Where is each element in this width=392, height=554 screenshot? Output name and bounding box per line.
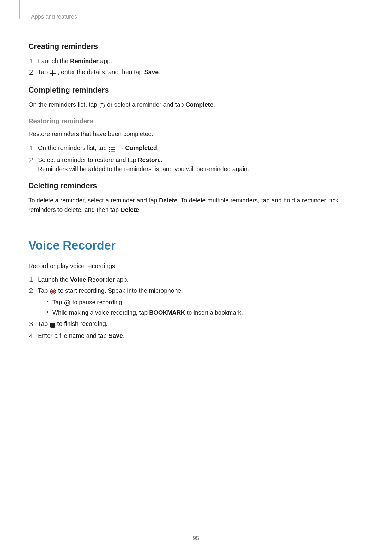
svg-rect-3 [109, 149, 110, 150]
text: Enter a file name and tap [38, 332, 108, 339]
breadcrumb: Apps and features [31, 13, 364, 21]
plus-icon [50, 69, 56, 78]
list-item: Select a reminder to restore and tap Res… [28, 155, 364, 174]
text: On the reminders list, tap [28, 101, 99, 108]
page-number: 95 [0, 534, 392, 543]
list-item: Launch the Reminder app. [28, 57, 364, 66]
text: Tap [52, 299, 64, 305]
svg-rect-4 [111, 149, 115, 149]
steps-restoring: On the reminders list, tap → Completed. … [28, 143, 364, 174]
text: Reminders will be added to the reminders… [38, 166, 249, 172]
text: Select a reminder to restore and tap [38, 156, 138, 163]
arrow-right-icon: → [118, 143, 125, 153]
svg-rect-12 [50, 323, 55, 328]
text: to finish recording. [57, 320, 107, 327]
svg-rect-0 [100, 104, 104, 108]
steps-creating: Launch the Reminder app. Tap , enter the… [28, 57, 364, 78]
svg-rect-5 [109, 151, 110, 152]
action-label: Delete [121, 206, 139, 213]
text: . [161, 156, 162, 163]
svg-rect-10 [66, 302, 67, 304]
text: Launch the [38, 276, 70, 283]
action-label: Complete [185, 101, 214, 108]
heading-restoring-reminders: Restoring reminders [28, 116, 364, 126]
text: . [139, 206, 141, 213]
heading-voice-recorder: Voice Recorder [28, 237, 364, 255]
action-label: Restore [138, 156, 161, 163]
circle-outline-icon [99, 101, 105, 110]
svg-point-9 [64, 300, 70, 305]
list-item: Tap to pause recording. [47, 298, 364, 308]
sub-list: Tap to pause recording. While making a v… [38, 298, 364, 317]
list-item: While making a voice recording, tap BOOK… [47, 308, 364, 317]
svg-rect-6 [111, 151, 115, 151]
app-name: Voice Recorder [70, 276, 115, 283]
text: Tap [38, 287, 50, 294]
header-tab-deco [19, 0, 20, 19]
text: to start recording. Speak into the micro… [58, 287, 183, 294]
svg-rect-2 [111, 147, 115, 148]
heading-completing-reminders: Completing reminders [28, 84, 364, 96]
action-label: BOOKMARK [149, 309, 185, 316]
paragraph: Restore reminders that have been complet… [28, 129, 364, 139]
svg-rect-1 [109, 147, 110, 148]
text: . [123, 332, 124, 339]
heading-creating-reminders: Creating reminders [28, 41, 364, 52]
text: or select a reminder and tap [107, 101, 185, 108]
svg-rect-11 [68, 302, 68, 304]
heading-deleting-reminders: Deleting reminders [28, 180, 364, 191]
record-icon [50, 287, 56, 296]
steps-voice-recorder: Launch the Voice Recorder app. Tap to st… [28, 275, 364, 340]
list-item: Enter a file name and tap Save. [28, 331, 364, 340]
text: Tap [38, 320, 50, 327]
text: to insert a bookmark. [185, 309, 243, 316]
text: app. [99, 57, 112, 64]
paragraph: On the reminders list, tap or select a r… [28, 100, 364, 110]
text: On the reminders list, tap [38, 144, 108, 151]
svg-point-8 [51, 290, 55, 293]
paragraph: To delete a reminder, select a reminder … [28, 196, 364, 214]
text: , enter the details, and then tap [57, 69, 144, 75]
list-menu-icon [109, 144, 115, 154]
text: to pause recording. [72, 299, 124, 305]
action-label: Save [108, 332, 123, 339]
action-label: Completed [125, 144, 157, 151]
text: While making a voice recording, tap [52, 309, 149, 316]
text: . [159, 69, 160, 75]
text: app. [115, 276, 129, 283]
text: Tap [38, 69, 50, 75]
text: . [214, 101, 215, 108]
text: . [157, 144, 159, 151]
stop-icon [50, 320, 55, 329]
list-item: On the reminders list, tap → Completed. [28, 143, 364, 154]
list-item: Tap to start recording. Speak into the m… [28, 286, 364, 317]
list-item: Tap to finish recording. [28, 319, 364, 329]
app-name: Reminder [70, 57, 99, 64]
paragraph: Record or play voice recordings. [28, 262, 364, 271]
list-item: Tap , enter the details, and then tap Sa… [28, 68, 364, 78]
text: To delete a reminder, select a reminder … [28, 197, 159, 204]
list-item: Launch the Voice Recorder app. [28, 275, 364, 284]
action-label: Save [144, 69, 159, 75]
pause-icon [64, 299, 70, 308]
text: Launch the [38, 57, 70, 64]
page: Apps and features Creating reminders Lau… [0, 0, 392, 554]
action-label: Delete [159, 197, 178, 204]
